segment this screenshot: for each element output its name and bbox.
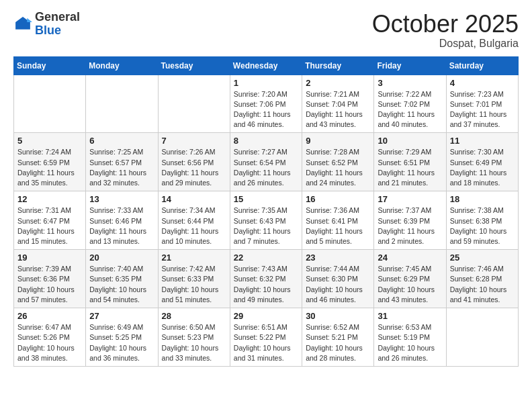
calendar-cell: 16Sunrise: 7:36 AMSunset: 6:41 PMDayligh… [302,191,374,250]
day-info: Sunrise: 7:43 AMSunset: 6:32 PMDaylight:… [234,264,298,305]
calendar-cell: 22Sunrise: 7:43 AMSunset: 6:32 PMDayligh… [230,250,302,308]
day-number: 3 [378,78,442,88]
day-number: 17 [378,194,442,204]
calendar-cell: 28Sunrise: 6:50 AMSunset: 5:23 PMDayligh… [158,308,230,367]
day-number: 6 [89,136,154,146]
calendar-cell: 12Sunrise: 7:31 AMSunset: 6:47 PMDayligh… [14,191,86,250]
calendar-cell: 30Sunrise: 6:52 AMSunset: 5:21 PMDayligh… [302,308,374,367]
weekday-header-friday: Friday [374,56,446,75]
weekday-header-wednesday: Wednesday [230,56,302,75]
day-number: 28 [162,311,226,321]
calendar-cell: 11Sunrise: 7:30 AMSunset: 6:49 PMDayligh… [446,133,518,191]
calendar-cell: 15Sunrise: 7:35 AMSunset: 6:43 PMDayligh… [230,191,302,250]
day-info: Sunrise: 7:23 AMSunset: 7:01 PMDaylight:… [450,89,515,130]
day-number: 29 [234,311,298,321]
day-number: 15 [234,194,298,204]
day-number: 22 [234,253,298,263]
day-number: 23 [306,253,370,263]
day-number: 14 [162,194,226,204]
logo-general: General [35,10,80,24]
calendar-cell: 17Sunrise: 7:37 AMSunset: 6:39 PMDayligh… [374,191,446,250]
weekday-header-sunday: Sunday [14,56,86,75]
day-info: Sunrise: 7:25 AMSunset: 6:57 PMDaylight:… [89,147,154,188]
day-info: Sunrise: 6:51 AMSunset: 5:22 PMDaylight:… [234,322,298,363]
day-info: Sunrise: 7:22 AMSunset: 7:02 PMDaylight:… [378,89,442,130]
page: General Blue October 2025 Dospat, Bulgar… [0,0,532,411]
day-info: Sunrise: 7:29 AMSunset: 6:51 PMDaylight:… [378,147,442,188]
calendar-cell: 23Sunrise: 7:44 AMSunset: 6:30 PMDayligh… [302,250,374,308]
day-number: 13 [89,194,154,204]
day-info: Sunrise: 7:46 AMSunset: 6:28 PMDaylight:… [450,264,515,305]
day-info: Sunrise: 7:37 AMSunset: 6:39 PMDaylight:… [378,205,442,246]
calendar: SundayMondayTuesdayWednesdayThursdayFrid… [13,56,519,367]
calendar-cell: 20Sunrise: 7:40 AMSunset: 6:35 PMDayligh… [86,250,158,308]
day-number: 4 [450,78,515,88]
calendar-cell: 24Sunrise: 7:45 AMSunset: 6:29 PMDayligh… [374,250,446,308]
day-number: 1 [234,78,298,88]
month-title: October 2025 [372,11,519,38]
title-block: October 2025 Dospat, Bulgaria [372,11,519,50]
day-info: Sunrise: 7:20 AMSunset: 7:06 PMDaylight:… [234,89,298,130]
calendar-cell: 8Sunrise: 7:27 AMSunset: 6:54 PMDaylight… [230,133,302,191]
day-number: 16 [306,194,370,204]
day-number: 8 [234,136,298,146]
calendar-cell: 9Sunrise: 7:28 AMSunset: 6:52 PMDaylight… [302,133,374,191]
svg-marker-1 [27,17,32,21]
calendar-cell: 25Sunrise: 7:46 AMSunset: 6:28 PMDayligh… [446,250,518,308]
calendar-cell [158,75,230,133]
calendar-cell: 5Sunrise: 7:24 AMSunset: 6:59 PMDaylight… [14,133,86,191]
calendar-cell: 4Sunrise: 7:23 AMSunset: 7:01 PMDaylight… [446,75,518,133]
calendar-cell: 7Sunrise: 7:26 AMSunset: 6:56 PMDaylight… [158,133,230,191]
day-number: 5 [17,136,82,146]
day-number: 10 [378,136,442,146]
day-number: 11 [450,136,515,146]
calendar-cell [446,308,518,367]
calendar-cell: 2Sunrise: 7:21 AMSunset: 7:04 PMDaylight… [302,75,374,133]
day-info: Sunrise: 7:27 AMSunset: 6:54 PMDaylight:… [234,147,298,188]
calendar-cell: 27Sunrise: 6:49 AMSunset: 5:25 PMDayligh… [86,308,158,367]
weekday-header-monday: Monday [86,56,158,75]
day-number: 7 [162,136,226,146]
day-info: Sunrise: 7:45 AMSunset: 6:29 PMDaylight:… [378,264,442,305]
calendar-cell: 13Sunrise: 7:33 AMSunset: 6:46 PMDayligh… [86,191,158,250]
day-number: 9 [306,136,370,146]
calendar-cell: 14Sunrise: 7:34 AMSunset: 6:44 PMDayligh… [158,191,230,250]
day-info: Sunrise: 6:53 AMSunset: 5:19 PMDaylight:… [378,322,442,363]
day-number: 2 [306,78,370,88]
calendar-week-4: 19Sunrise: 7:39 AMSunset: 6:36 PMDayligh… [14,250,519,308]
day-number: 27 [89,311,154,321]
logo: General Blue [13,11,80,38]
calendar-cell: 10Sunrise: 7:29 AMSunset: 6:51 PMDayligh… [374,133,446,191]
calendar-cell: 1Sunrise: 7:20 AMSunset: 7:06 PMDaylight… [230,75,302,133]
day-info: Sunrise: 7:24 AMSunset: 6:59 PMDaylight:… [17,147,82,188]
day-info: Sunrise: 6:52 AMSunset: 5:21 PMDaylight:… [306,322,370,363]
day-number: 30 [306,311,370,321]
day-info: Sunrise: 6:49 AMSunset: 5:25 PMDaylight:… [89,322,154,363]
calendar-cell: 19Sunrise: 7:39 AMSunset: 6:36 PMDayligh… [14,250,86,308]
day-info: Sunrise: 7:42 AMSunset: 6:33 PMDaylight:… [162,264,226,305]
day-info: Sunrise: 7:35 AMSunset: 6:43 PMDaylight:… [234,205,298,246]
calendar-cell [86,75,158,133]
day-number: 24 [378,253,442,263]
calendar-week-5: 26Sunrise: 6:47 AMSunset: 5:26 PMDayligh… [14,308,519,367]
day-number: 21 [162,253,226,263]
calendar-cell: 26Sunrise: 6:47 AMSunset: 5:26 PMDayligh… [14,308,86,367]
calendar-cell: 29Sunrise: 6:51 AMSunset: 5:22 PMDayligh… [230,308,302,367]
day-number: 31 [378,311,442,321]
weekday-header-thursday: Thursday [302,56,374,75]
weekday-header-saturday: Saturday [446,56,518,75]
logo-icon [13,15,32,34]
calendar-cell: 18Sunrise: 7:38 AMSunset: 6:38 PMDayligh… [446,191,518,250]
calendar-cell [14,75,86,133]
day-number: 20 [89,253,154,263]
calendar-cell: 3Sunrise: 7:22 AMSunset: 7:02 PMDaylight… [374,75,446,133]
day-number: 12 [17,194,82,204]
calendar-week-1: 1Sunrise: 7:20 AMSunset: 7:06 PMDaylight… [14,75,519,133]
day-number: 18 [450,194,515,204]
header: General Blue October 2025 Dospat, Bulgar… [13,11,519,50]
weekday-header-tuesday: Tuesday [158,56,230,75]
calendar-cell: 21Sunrise: 7:42 AMSunset: 6:33 PMDayligh… [158,250,230,308]
day-number: 19 [17,253,82,263]
day-number: 25 [450,253,515,263]
location: Dospat, Bulgaria [372,38,519,50]
